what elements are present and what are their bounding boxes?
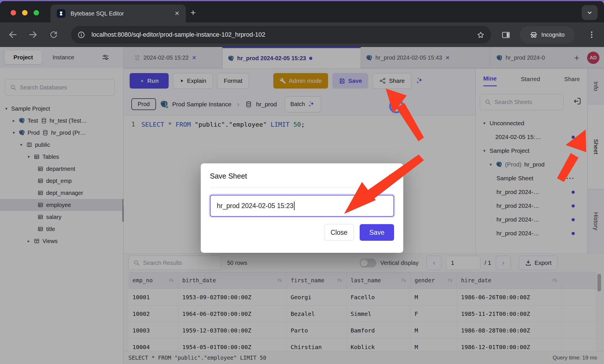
address-bar[interactable]: localhost:8080/sql-editor/prod-sample-in… bbox=[71, 26, 491, 44]
incognito-icon bbox=[530, 31, 538, 39]
incognito-badge[interactable]: Incognito bbox=[520, 26, 575, 44]
bytebase-favicon bbox=[57, 9, 65, 18]
forward-icon[interactable] bbox=[28, 30, 38, 40]
browser-tabbar: Bytebase SQL Editor ✕ + bbox=[0, 1, 604, 22]
browser-window: Bytebase SQL Editor ✕ + localhost:8080/s… bbox=[0, 1, 604, 364]
site-info-icon[interactable] bbox=[77, 31, 85, 39]
text-cursor bbox=[294, 201, 295, 210]
close-tab-icon[interactable]: ✕ bbox=[174, 10, 180, 17]
dialog-save-button[interactable]: Save bbox=[360, 224, 394, 241]
url-text[interactable]: localhost:8080/sql-editor/prod-sample-in… bbox=[91, 31, 477, 38]
side-panel-icon[interactable] bbox=[501, 30, 511, 40]
screen: Bytebase SQL Editor ✕ + localhost:8080/s… bbox=[0, 0, 604, 364]
save-sheet-dialog: Save Sheet ✕ hr_prod 2024-02-05 15:23 Cl… bbox=[201, 163, 403, 253]
browser-tab-title: Bytebase SQL Editor bbox=[71, 10, 174, 17]
dialog-title: Save Sheet bbox=[210, 172, 394, 180]
reload-icon[interactable] bbox=[49, 30, 58, 39]
close-window-button[interactable] bbox=[11, 10, 16, 15]
tab-search-button[interactable] bbox=[582, 5, 598, 20]
maximize-window-button[interactable] bbox=[34, 10, 39, 15]
dialog-actions: Close Save bbox=[210, 224, 394, 241]
dialog-close-icon[interactable]: ✕ bbox=[388, 173, 394, 181]
minimize-window-button[interactable] bbox=[22, 10, 28, 15]
incognito-label: Incognito bbox=[541, 32, 564, 38]
dialog-divider bbox=[210, 188, 394, 188]
new-tab-button[interactable]: + bbox=[190, 7, 196, 18]
browser-tab[interactable]: Bytebase SQL Editor ✕ bbox=[50, 5, 186, 22]
back-icon[interactable] bbox=[8, 30, 18, 40]
bookmark-star-icon[interactable] bbox=[477, 31, 485, 39]
browser-navbar: localhost:8080/sql-editor/prod-sample-in… bbox=[0, 22, 604, 47]
sheet-name-input[interactable]: hr_prod 2024-02-05 15:23 bbox=[210, 195, 394, 217]
dialog-close-button[interactable]: Close bbox=[324, 224, 354, 241]
browser-menu-icon[interactable] bbox=[587, 30, 596, 39]
